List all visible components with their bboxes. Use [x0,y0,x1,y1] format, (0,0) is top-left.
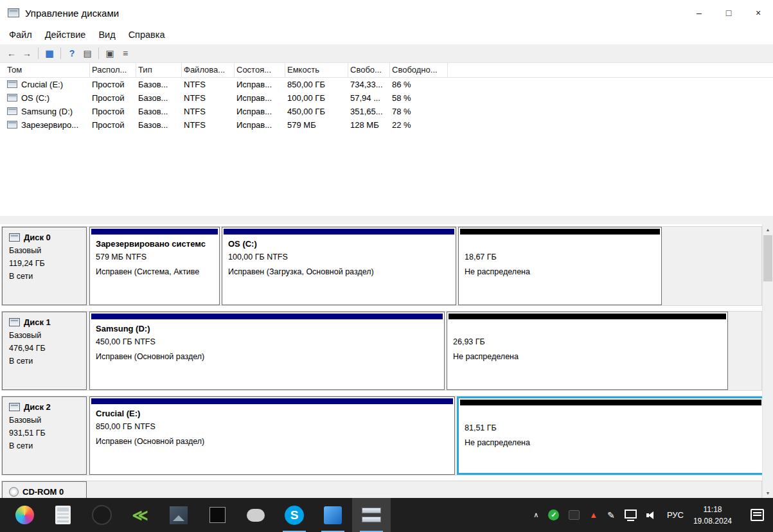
partition-size: 81,51 ГБ [465,423,757,434]
menubar: Файл Действие Вид Справка [0,26,773,44]
volume-name: Samsung (D:) [21,107,73,116]
skype-icon: S [285,506,304,525]
volume-name: Зарезервиро... [21,120,78,130]
properties-icon[interactable]: ▣ [102,46,118,60]
cdrom-header[interactable]: CD-ROM 0 [2,481,87,498]
details-view-icon[interactable]: ▦ [42,46,57,60]
partition-stripe [224,229,454,235]
calculator-icon [55,506,71,524]
disk-1-header[interactable]: Диск 1 Базовый 476,94 ГБ В сети [2,312,87,390]
partition-title [465,410,757,421]
window-title: Управление дисками [25,8,119,19]
column-header-layout[interactable]: Распол... [90,63,136,77]
column-header-type[interactable]: Тип [136,63,182,77]
language-indicator[interactable]: РУС [667,510,684,520]
partition-unallocated-disk2-selected[interactable]: 81,51 ГБ Не распределена [457,396,765,475]
pen-tray-icon[interactable]: ✎ [607,511,615,520]
volume-icon-tray[interactable] [646,511,657,520]
taskbar-terminal-button[interactable] [198,498,236,532]
disk-size: 476,94 ГБ [9,344,86,353]
menu-action[interactable]: Действие [39,26,93,44]
volume-status: Исправ... [235,120,285,130]
taskbar-disk-management-button[interactable] [352,498,391,532]
vertical-scrollbar[interactable]: ▲ ▼ [762,224,773,498]
help-icon[interactable]: ? [64,46,80,60]
column-header-volume[interactable]: Том [5,63,90,77]
action-center-icon[interactable] [751,509,764,521]
cdrom-icon [9,487,19,497]
partition-system-reserved[interactable]: Зарезервировано системс 579 МБ NTFS Испр… [89,227,220,305]
volume-free: 734,33... [348,80,390,89]
forward-icon[interactable]: → [19,46,35,60]
red-app-tray-icon[interactable]: ▲ [589,511,598,519]
volume-row-os[interactable]: OS (C:) Простой Базов... NTFS Исправ... … [0,91,773,105]
partition-stripe [449,314,726,319]
gpu-tray-icon[interactable] [569,510,580,520]
partition-crucial-e[interactable]: Crucial (E:) 850,00 ГБ NTFS Исправен (Ос… [89,396,455,475]
partition-status: Исправен (Основной раздел) [96,352,438,361]
menu-file[interactable]: Файл [3,26,39,44]
column-header-status[interactable]: Состоя... [235,63,285,77]
partition-title [465,239,655,250]
partition-os-c[interactable]: OS (C:) 100,00 ГБ NTFS Исправен (Загрузк… [222,227,456,305]
taskbar-browser-button[interactable] [5,498,44,532]
partition-size: 850,00 ГБ NTFS [96,422,449,432]
disk-2-header[interactable]: Диск 2 Базовый 931,51 ГБ В сети [2,396,87,475]
column-header-capacity[interactable]: Емкость [285,63,348,77]
partition-samsung-d[interactable]: Samsung (D:) 450,00 ГБ NTFS Исправен (Ос… [89,312,445,390]
taskbar-skype-button[interactable]: S [275,498,314,532]
volume-type: Базов... [136,107,182,116]
partition-stripe [460,229,660,235]
list-view-icon[interactable]: ▤ [80,46,95,60]
disk-icon [9,318,20,326]
volume-free: 128 МБ [348,120,390,130]
volume-icon [7,80,17,88]
partition-size: 26,93 ГБ [453,337,722,348]
menu-view[interactable]: Вид [92,26,121,44]
close-button[interactable]: × [743,0,773,26]
zona-icon: ≪ [132,508,148,523]
partition-status: Исправен (Система, Активе [96,267,213,276]
volume-type: Базов... [136,120,182,130]
column-header-filesystem[interactable]: Файлова... [182,63,235,77]
disk-size: 119,24 ГБ [9,259,86,268]
taskbar-chat-button[interactable] [236,498,275,532]
column-header-free[interactable]: Свобо... [348,63,390,77]
partition-size: 579 МБ NTFS [96,253,213,263]
taskbar-photos-button[interactable] [159,498,198,532]
taskbar-zona-button[interactable]: ≪ [121,498,159,532]
scroll-down-button[interactable]: ▼ [763,488,773,498]
tray-overflow-chevron-icon[interactable]: ∧ [533,511,538,519]
maximize-button[interactable]: □ [714,0,743,26]
partition-unallocated-disk0[interactable]: 18,67 ГБ Не распределена [458,227,662,305]
volume-percent-free: 86 % [390,80,448,89]
back-icon[interactable]: ← [4,46,19,60]
partition-unallocated-disk1[interactable]: 26,93 ГБ Не распределена [447,312,728,390]
volume-capacity: 450,00 ГБ [285,107,348,116]
volume-capacity: 579 МБ [285,120,348,130]
taskbar-torrent-app-button[interactable] [314,498,352,532]
clock[interactable]: 11:18 19.08.2024 [693,504,732,527]
taskbar-calculator-button[interactable] [44,498,82,532]
chat-icon [247,509,265,522]
minimize-button[interactable]: – [684,0,714,26]
disk-size: 931,51 ГБ [9,429,86,438]
partition-size: 100,00 ГБ NTFS [228,253,450,263]
network-icon[interactable] [625,510,637,519]
pane-separator[interactable] [0,216,773,224]
volume-capacity: 850,00 ГБ [285,80,348,89]
volume-row-crucial[interactable]: Crucial (E:) Простой Базов... NTFS Испра… [0,78,773,91]
volume-row-samsung[interactable]: Samsung (D:) Простой Базов... NTFS Испра… [0,105,773,118]
scroll-up-button[interactable]: ▲ [763,224,773,235]
partition-status: Исправен (Основной раздел) [96,437,449,446]
volume-row-system-reserved[interactable]: Зарезервиро... Простой Базов... NTFS Исп… [0,118,773,132]
scroll-thumb[interactable] [763,235,772,281]
defender-check-icon[interactable]: ✓ [548,510,559,520]
disk-0-header[interactable]: Диск 0 Базовый 119,24 ГБ В сети [2,227,87,305]
taskbar-voice-assistant-button[interactable] [82,498,121,532]
volume-status: Исправ... [235,80,285,89]
cdrom-name: CD-ROM 0 [22,487,64,497]
menu-help[interactable]: Справка [122,26,172,44]
column-header-percent-free[interactable]: Свободно... [390,63,448,77]
console-tree-icon[interactable]: ≡ [118,46,133,60]
